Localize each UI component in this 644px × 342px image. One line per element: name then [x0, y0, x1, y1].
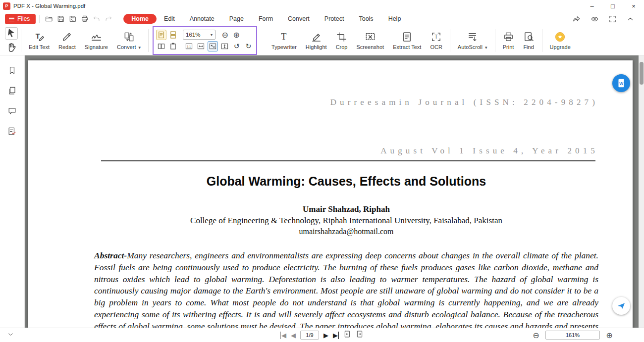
- workspace: Durreesamin Journal (ISSN: 2204-9827) Au…: [0, 55, 644, 328]
- select-tool-icon[interactable]: [5, 27, 18, 40]
- zoom-select[interactable]: 161% ▾: [183, 30, 215, 40]
- extract-text-button[interactable]: Extract Text: [388, 27, 426, 54]
- last-page-icon[interactable]: ▶: [333, 332, 339, 339]
- app-logo-icon: P: [3, 2, 10, 10]
- tab-home[interactable]: Home: [123, 14, 157, 24]
- signature-button[interactable]: Signature: [80, 27, 112, 54]
- rotate-left-icon[interactable]: ↺: [231, 41, 242, 51]
- tab-protect[interactable]: Protect: [317, 14, 352, 24]
- zoom-out-icon[interactable]: ⊖: [220, 30, 230, 40]
- single-page-view-icon[interactable]: [156, 30, 166, 40]
- next-page-icon[interactable]: ▶: [323, 332, 328, 339]
- minimize-button[interactable]: –: [582, 0, 602, 12]
- maximize-button[interactable]: □: [602, 0, 623, 12]
- screenshot-button[interactable]: Screenshot: [352, 27, 388, 54]
- convert-to-word-floating-button[interactable]: W: [612, 74, 630, 92]
- save-icon[interactable]: [55, 13, 66, 24]
- paper-email: umairshahzada@hotmail.com: [94, 227, 598, 236]
- toolbar: T Edit Text Redact Signature Convert ▾: [0, 26, 644, 55]
- zoom-level-input[interactable]: [545, 331, 600, 340]
- paper-affiliation: College of Engineering & Technology, Rip…: [94, 216, 598, 226]
- crop-button[interactable]: Crop: [331, 27, 352, 54]
- vertical-scrollbar[interactable]: [639, 55, 644, 328]
- scrollbar-thumb[interactable]: [640, 62, 644, 85]
- edit-text-button[interactable]: T Edit Text: [24, 27, 54, 54]
- tab-page[interactable]: Page: [222, 14, 251, 24]
- undo-icon[interactable]: [91, 13, 102, 24]
- redact-button[interactable]: Redact: [54, 27, 80, 54]
- zoom-in-icon[interactable]: ⊕: [604, 331, 614, 340]
- collapse-sidebar-icon[interactable]: [7, 331, 14, 340]
- window-title: PDF X - Global Warming.pdf: [13, 3, 85, 9]
- tab-form[interactable]: Form: [251, 14, 280, 24]
- separator: [148, 29, 149, 52]
- tab-help[interactable]: Help: [381, 14, 409, 24]
- paper-abstract: Abstract-Many researchers, engineers and…: [94, 250, 598, 328]
- actual-size-icon[interactable]: 1:1: [184, 41, 194, 51]
- document-canvas[interactable]: Durreesamin Journal (ISSN: 2204-9827) Au…: [25, 55, 644, 328]
- save-as-icon[interactable]: [67, 13, 78, 24]
- tab-edit[interactable]: Edit: [157, 14, 182, 24]
- fit-width-icon[interactable]: [196, 41, 206, 51]
- upgrade-button[interactable]: Upgrade: [545, 27, 575, 54]
- titlebar: P PDF X - Global Warming.pdf – □ ×: [0, 0, 644, 12]
- hand-tool-icon[interactable]: [5, 42, 18, 54]
- svg-text:1:1: 1:1: [187, 45, 191, 48]
- page-number-input[interactable]: [300, 331, 319, 340]
- zoom-in-icon[interactable]: ⊕: [231, 30, 241, 40]
- zoom-out-icon[interactable]: ⊖: [531, 331, 541, 340]
- fit-height-icon[interactable]: [219, 41, 230, 51]
- continuous-view-icon[interactable]: [168, 30, 178, 40]
- journal-header-line1: Durreesamin Journal (ISSN: 2204-9827): [94, 96, 598, 109]
- paper-title: Global Warming: Causes, Effects and Solu…: [94, 174, 598, 189]
- typewriter-button[interactable]: T Typewriter: [267, 27, 301, 54]
- redo-icon[interactable]: [103, 13, 114, 24]
- two-page-view-icon[interactable]: [156, 41, 166, 51]
- svg-text:W: W: [619, 82, 623, 86]
- bookmarks-panel-icon[interactable]: [6, 64, 18, 76]
- fit-page-icon[interactable]: [208, 41, 218, 51]
- share-icon[interactable]: [571, 13, 582, 24]
- comments-panel-icon[interactable]: [6, 105, 18, 117]
- print-icon[interactable]: [79, 13, 90, 24]
- ocr-button[interactable]: T OCR: [426, 27, 446, 54]
- first-page-icon[interactable]: ◀: [280, 332, 286, 339]
- app-window: P PDF X - Global Warming.pdf – □ × Files: [0, 0, 644, 342]
- tab-convert[interactable]: Convert: [280, 14, 317, 24]
- chevron-down-icon: ▾: [211, 33, 213, 37]
- svg-text:T: T: [281, 32, 286, 42]
- hamburger-icon: [9, 17, 14, 21]
- open-file-icon[interactable]: [44, 13, 54, 24]
- close-button[interactable]: ×: [623, 0, 644, 12]
- separator: [39, 15, 40, 23]
- print-button[interactable]: Print: [498, 27, 519, 54]
- separator: [542, 29, 542, 52]
- separator: [495, 29, 495, 52]
- thumbnails-panel-icon[interactable]: [6, 85, 18, 97]
- find-button[interactable]: Find: [519, 27, 539, 54]
- separator: [450, 29, 450, 52]
- dropdown-arrow-icon: ▾: [485, 45, 487, 50]
- fullscreen-icon[interactable]: [607, 13, 618, 24]
- collapse-ribbon-icon[interactable]: [625, 13, 636, 24]
- read-mode-eye-icon[interactable]: [589, 13, 600, 24]
- previous-page-icon[interactable]: ◀: [291, 332, 296, 339]
- rotate-right-icon[interactable]: ↻: [243, 41, 254, 51]
- tab-tools[interactable]: Tools: [351, 14, 380, 24]
- previous-view-icon[interactable]: [343, 330, 351, 340]
- assistant-floating-button[interactable]: [612, 297, 630, 315]
- signatures-panel-icon[interactable]: [6, 125, 18, 137]
- view-zoom-group: 161% ▾ ⊖ ⊕ 1:1 ↺: [153, 26, 257, 55]
- paper-author: Umair Shahzad, Riphah: [94, 204, 598, 214]
- next-view-icon[interactable]: [356, 330, 364, 340]
- highlight-button[interactable]: Highlight: [301, 27, 331, 54]
- menubar: Files Home Edit Annotate Page Form Conve…: [0, 12, 644, 26]
- tab-annotate[interactable]: Annotate: [182, 14, 222, 24]
- dropdown-arrow-icon: ▾: [139, 45, 141, 50]
- svg-text:T: T: [434, 34, 438, 40]
- statusbar: ◀ ◀ ▶ ▶ ⊖ ⊕: [0, 328, 644, 342]
- convert-button[interactable]: Convert ▾: [112, 27, 145, 54]
- page-panel-icon[interactable]: [168, 41, 178, 51]
- autoscroll-button[interactable]: AutoScroll ▾: [453, 27, 492, 54]
- files-button[interactable]: Files: [5, 14, 36, 24]
